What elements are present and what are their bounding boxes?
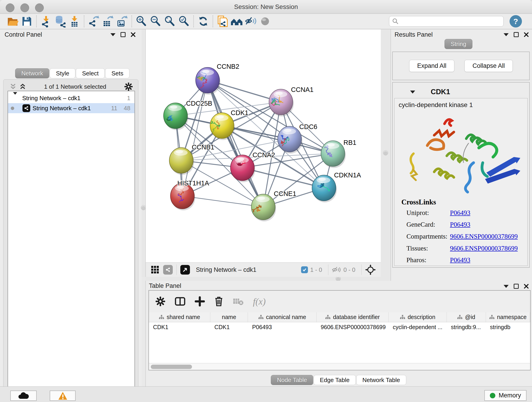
table-cell[interactable]: stringdb xyxy=(486,322,530,332)
table-cell[interactable]: CDK1 xyxy=(149,322,210,332)
network-options-gear-icon[interactable] xyxy=(124,82,133,91)
clone-network-button[interactable] xyxy=(215,14,230,28)
network-node[interactable]: RB1 xyxy=(321,139,356,168)
maximize-results-panel-icon[interactable] xyxy=(514,32,519,37)
table-cell[interactable]: cyclin-dependent ... xyxy=(389,322,447,332)
zoom-selected-button[interactable] xyxy=(177,14,191,28)
show-columns-icon[interactable] xyxy=(175,296,186,306)
export-table-button[interactable] xyxy=(101,14,115,28)
help-button[interactable]: ? xyxy=(510,15,522,27)
collapse-all-networks-icon[interactable] xyxy=(10,83,17,90)
table-horizontal-scrollbar[interactable] xyxy=(149,363,530,370)
network-share-view-icon[interactable] xyxy=(163,265,173,274)
column-header[interactable]: name xyxy=(210,312,248,322)
titlebar: Session: New Session xyxy=(0,0,532,14)
network-view[interactable]: CCNB2CCNA1CDC25BCDK1CDC6RB1CCNB1CCNA2CDK… xyxy=(146,29,381,262)
maximize-table-panel-icon[interactable] xyxy=(514,284,519,289)
tab-network[interactable]: Network xyxy=(15,68,49,78)
zoom-out-button[interactable] xyxy=(148,14,163,28)
right-splitter[interactable] xyxy=(381,29,391,277)
node-label: CDK1 xyxy=(231,109,248,116)
float-table-panel-icon[interactable] xyxy=(504,285,509,288)
crosslink-link[interactable]: 9606.ENSP00000378699 xyxy=(450,245,518,252)
column-header[interactable]: @id xyxy=(447,312,486,322)
table-tab-edge-table[interactable]: Edge Table xyxy=(314,375,356,385)
crosslink-link[interactable]: P06493 xyxy=(450,256,470,264)
show-all-button[interactable] xyxy=(258,14,272,28)
network-node[interactable]: CDC6 xyxy=(278,123,317,153)
column-header[interactable]: database identifier xyxy=(317,312,389,322)
cloud-status-button[interactable] xyxy=(10,390,37,401)
expand-all-networks-icon[interactable] xyxy=(19,83,26,90)
status-bar: Memory xyxy=(0,386,532,402)
network-collection-row[interactable]: String Network – cdk1 1 xyxy=(8,93,134,103)
close-results-panel-icon[interactable] xyxy=(524,32,529,37)
memory-button[interactable]: Memory xyxy=(484,390,526,401)
network-row-selected[interactable]: String Network – cdk1 11 48 xyxy=(8,103,134,113)
warning-status-button[interactable] xyxy=(50,390,76,401)
collapse-all-button[interactable]: Collapse All xyxy=(464,60,513,72)
apply-layout-button[interactable] xyxy=(196,14,210,28)
results-tab-string[interactable]: String xyxy=(444,39,473,49)
selected-items-checkbox-icon[interactable] xyxy=(301,266,308,273)
column-header[interactable]: canonical name xyxy=(248,312,317,322)
results-actions: Expand All Collapse All xyxy=(392,51,530,80)
table-row[interactable]: CDK1CDK1P064939606.ENSP00000378699cyclin… xyxy=(149,322,530,332)
import-table-button[interactable] xyxy=(67,14,82,28)
float-results-panel-icon[interactable] xyxy=(504,33,509,36)
column-header[interactable]: description xyxy=(389,312,447,322)
network-node[interactable]: HIST1H1A xyxy=(171,179,209,211)
column-header[interactable]: shared name xyxy=(149,312,210,322)
network-canvas[interactable]: CCNB2CCNA1CDC25BCDK1CDC6RB1CCNB1CCNA2CDK… xyxy=(146,29,381,262)
import-network-file-button[interactable] xyxy=(39,14,53,28)
import-network-database-button[interactable] xyxy=(53,14,67,28)
crosslink-link[interactable]: 9606.ENSP00000378699 xyxy=(450,233,518,240)
column-header[interactable]: namespace xyxy=(486,312,530,322)
float-panel-icon[interactable] xyxy=(110,33,115,36)
add-column-icon[interactable] xyxy=(195,296,205,306)
network-node[interactable]: CCNB2 xyxy=(196,63,239,95)
zoom-in-button[interactable] xyxy=(134,14,148,28)
crosslink-row: Pharos:P06493 xyxy=(406,256,526,264)
birds-eye-view-icon[interactable] xyxy=(180,265,190,274)
close-panel-icon[interactable] xyxy=(131,32,136,37)
expand-all-button[interactable]: Expand All xyxy=(409,60,455,72)
hide-selected-button[interactable] xyxy=(244,14,258,28)
grid-view-icon[interactable] xyxy=(151,265,159,274)
table-options-gear-icon[interactable] xyxy=(155,296,165,306)
node-label: RB1 xyxy=(343,139,356,146)
table-cell[interactable]: 9606.ENSP00000378699 xyxy=(317,322,389,332)
table-cell[interactable]: CDK1 xyxy=(210,322,248,332)
column-label: database identifier xyxy=(333,314,380,320)
export-network-button[interactable] xyxy=(87,14,101,28)
search-input[interactable] xyxy=(401,17,500,26)
close-table-panel-icon[interactable] xyxy=(524,284,529,289)
crosslink-link[interactable]: P06493 xyxy=(450,221,470,228)
column-label: @id xyxy=(465,314,475,320)
table-cell[interactable]: P06493 xyxy=(248,322,317,332)
zoom-fit-button[interactable] xyxy=(163,14,177,28)
column-label: description xyxy=(408,314,435,320)
delete-column-icon[interactable] xyxy=(214,296,224,307)
table-tab-network-table[interactable]: Network Table xyxy=(356,375,406,385)
first-neighbors-button[interactable] xyxy=(230,14,244,28)
network-node-count: 11 xyxy=(111,105,117,112)
network-edge[interactable] xyxy=(208,80,263,207)
export-image-button[interactable] xyxy=(115,14,129,28)
open-session-button[interactable] xyxy=(6,14,20,28)
maximize-panel-icon[interactable] xyxy=(120,32,126,37)
tab-style[interactable]: Style xyxy=(50,68,75,78)
selected-node-edge-counts: 1 - 0 xyxy=(310,266,322,274)
table-cell[interactable]: stringdb:9... xyxy=(447,322,486,332)
table-tab-node-table[interactable]: Node Table xyxy=(271,375,313,385)
tab-sets[interactable]: Sets xyxy=(105,68,129,78)
fit-selected-target-icon[interactable] xyxy=(365,264,376,275)
collection-expander-icon[interactable] xyxy=(13,95,17,102)
crosslink-link[interactable]: P06493 xyxy=(450,209,470,217)
save-session-button[interactable] xyxy=(20,14,34,28)
scrollbar-thumb[interactable] xyxy=(151,365,192,369)
network-node[interactable]: CDKN1A xyxy=(312,172,361,202)
left-splitter[interactable] xyxy=(142,29,146,277)
gene-section-expander-icon[interactable] xyxy=(410,90,415,94)
tab-select[interactable]: Select xyxy=(76,68,105,78)
